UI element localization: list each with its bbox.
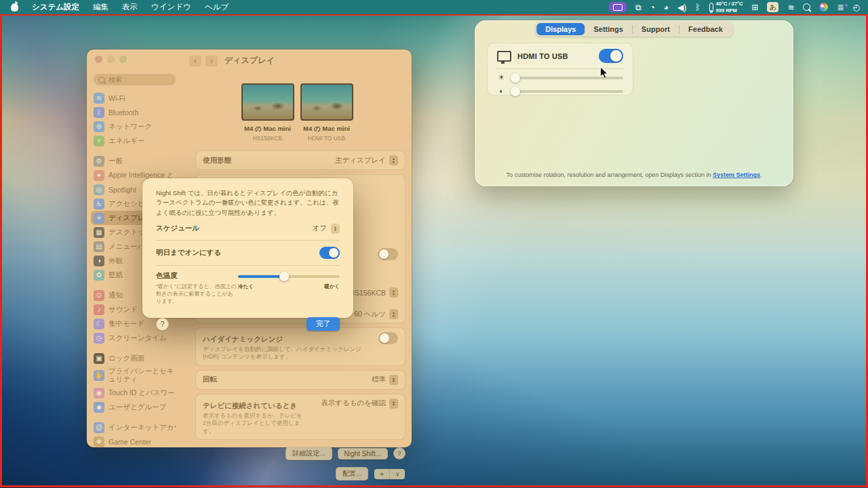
tab-settings[interactable]: Settings bbox=[585, 23, 631, 35]
night-shift-dialog: Night Shift では、日が暮れるとディスプレイの色が自動的にカラースペク… bbox=[142, 178, 353, 318]
sidebar-item-screen-time[interactable]: ◷スクリーンタイム bbox=[91, 331, 178, 345]
help-button[interactable]: ? bbox=[393, 447, 406, 460]
sidebar-item-label: インターネットアカウント bbox=[108, 423, 176, 432]
display-thumbnail-secondary[interactable]: M4 の Mac mini HDMI TO USB bbox=[299, 83, 355, 142]
stepper-icon[interactable]: ▴▾ bbox=[389, 287, 398, 298]
back-button[interactable]: ‹ bbox=[189, 56, 201, 66]
display-arrangement-icon[interactable]: ⊞ bbox=[751, 3, 758, 12]
wallpaper-preview bbox=[243, 85, 293, 119]
bell-icon: ⊙ bbox=[94, 290, 104, 301]
sidebar-item-users-groups[interactable]: ☻ユーザとグループ bbox=[91, 400, 178, 414]
input-source-badge[interactable]: あ bbox=[767, 2, 778, 12]
stepper-icon[interactable]: ▴▾ bbox=[389, 309, 398, 319]
panel-tab-bar: Displays Settings Support Feedback bbox=[535, 22, 733, 37]
menu-help[interactable]: ヘルプ bbox=[198, 2, 235, 12]
add-display-button[interactable]: + bbox=[374, 469, 389, 479]
fan-speed-value: 999 RPM bbox=[716, 7, 737, 14]
sparkle-icon: ✦ bbox=[94, 170, 104, 181]
screen-mirroring-icon[interactable]: ⧉ bbox=[635, 3, 642, 12]
stepper-icon[interactable]: ▴▾ bbox=[389, 399, 398, 409]
toggle-off[interactable] bbox=[378, 248, 398, 260]
sidebar-item-label: 一般 bbox=[108, 157, 123, 166]
menu-edit[interactable]: 編集 bbox=[86, 2, 115, 12]
arrange-button[interactable]: 配置... bbox=[336, 467, 368, 481]
screen-recording-indicator-icon[interactable] bbox=[609, 2, 627, 12]
menu-app-name[interactable]: システム設定 bbox=[25, 2, 86, 12]
tab-displays[interactable]: Displays bbox=[536, 23, 585, 35]
help-button[interactable]: ? bbox=[156, 318, 169, 331]
bluetooth-icon[interactable]: ᛒ bbox=[695, 3, 700, 12]
hdr-toggle[interactable] bbox=[378, 332, 398, 344]
rotation-dropdown[interactable]: 標準 ▴▾ bbox=[372, 375, 398, 385]
until-tomorrow-toggle[interactable] bbox=[319, 247, 340, 259]
add-display-chevron[interactable]: ∨ bbox=[389, 469, 405, 479]
schedule-dropdown[interactable]: オフ ▴▾ bbox=[313, 224, 340, 234]
hdr-description: ディスプレイを自動的に調節して、ハイダイナミックレンジ (HDR) コンテンツを… bbox=[203, 346, 378, 361]
stats-menu-icon[interactable]: ≣ bbox=[837, 3, 844, 12]
search-icon[interactable] bbox=[803, 3, 810, 11]
sidebar-item-touch-id[interactable]: ◉Touch ID とパスワード bbox=[91, 386, 178, 400]
slider-knob[interactable] bbox=[279, 272, 289, 281]
done-button[interactable]: 完了 bbox=[307, 317, 340, 331]
tab-support[interactable]: Support bbox=[633, 23, 679, 35]
wifi-icon[interactable]: ≋ bbox=[787, 3, 794, 12]
stepper-icon[interactable]: ▴▾ bbox=[389, 375, 398, 385]
system-settings-link[interactable]: System Settings bbox=[713, 171, 760, 178]
until-tomorrow-row: 明日までオンにする bbox=[156, 241, 340, 265]
display-thumbnail-primary[interactable]: M4 の Mac mini HS156KCB bbox=[240, 83, 296, 142]
sidebar-item-game-center[interactable]: ❖Game Center bbox=[91, 434, 178, 449]
sidebar-item-privacy-security[interactable]: ✋プライバシーとセキュリティ bbox=[91, 365, 178, 386]
siri-icon[interactable] bbox=[819, 3, 828, 12]
appearance-icon: ◑ bbox=[94, 256, 104, 266]
contrast-slider[interactable] bbox=[511, 90, 623, 93]
moon-icon: ☾ bbox=[94, 319, 104, 329]
page-title: ディスプレイ bbox=[224, 55, 275, 66]
sidebar-item-energy[interactable]: ⚡エネルギー bbox=[91, 134, 178, 148]
menu-bar-icon: ▤ bbox=[94, 241, 104, 252]
panel-footer-note: To customise rotation, resolution and ar… bbox=[475, 171, 793, 178]
sidebar-item-label: Game Center bbox=[108, 438, 151, 446]
tv-description: 表示するものを選択するか、テレビを2台目のディスプレイとして使用します。 bbox=[203, 412, 304, 435]
sidebar-item-bluetooth[interactable]: ᛒBluetooth bbox=[91, 105, 178, 119]
display-sun-icon: ☀ bbox=[94, 213, 104, 224]
thermal-status[interactable]: 40°C / 37°C 999 RPM bbox=[709, 1, 743, 14]
sidebar-item-network[interactable]: ⊕ネットワーク bbox=[91, 119, 178, 134]
schedule-row: スケジュール オフ ▴▾ bbox=[156, 218, 340, 240]
temperature-value: 40°C / 37°C bbox=[716, 1, 743, 7]
forward-button[interactable]: › bbox=[205, 56, 218, 66]
tv-dropdown[interactable]: 表示するものを確認 ▴▾ bbox=[321, 399, 398, 409]
sidebar-item-label: 壁紙 bbox=[108, 270, 123, 280]
sidebar-item-lock-screen[interactable]: ▣ロック画面 bbox=[91, 351, 178, 365]
display-control-panel: Displays Settings Support Feedback HDMI … bbox=[475, 20, 793, 186]
monitor-icon bbox=[497, 51, 511, 62]
sidebar-item-general[interactable]: ⚙一般 bbox=[91, 154, 178, 168]
timer-status-icon[interactable]: ◔ bbox=[650, 3, 655, 12]
menu-view[interactable]: 表示 bbox=[115, 2, 144, 12]
clock-icon[interactable]: ◴ bbox=[853, 3, 860, 12]
toggle-knob bbox=[379, 249, 389, 259]
sidebar-item-wifi[interactable]: ≋Wi-Fi bbox=[91, 91, 178, 105]
menu-window[interactable]: ウインドウ bbox=[144, 2, 198, 12]
sidebar-item-label: Spotlight bbox=[108, 186, 136, 194]
apple-menu-icon[interactable] bbox=[11, 3, 18, 12]
tab-feedback[interactable]: Feedback bbox=[679, 23, 732, 35]
color-temperature-slider[interactable] bbox=[238, 275, 340, 278]
display-name: M4 の Mac mini bbox=[299, 125, 355, 134]
display-preview bbox=[300, 83, 353, 121]
slider-knob[interactable] bbox=[511, 73, 520, 83]
sidebar-item-internet-accounts[interactable]: @インターネットアカウント bbox=[91, 420, 178, 434]
footer-buttons-row1: 詳細設定... Night Shift... ? bbox=[195, 447, 406, 460]
stepper-icon[interactable]: ▴▾ bbox=[331, 224, 340, 234]
thermometer-icon bbox=[709, 3, 713, 12]
toggle-knob bbox=[329, 248, 338, 258]
search-field[interactable]: 検索 bbox=[94, 74, 176, 85]
rotation-lock-icon[interactable]: ◕ bbox=[664, 3, 669, 12]
volume-icon[interactable]: ◀) bbox=[677, 3, 686, 12]
advanced-settings-button[interactable]: 詳細設定... bbox=[285, 447, 332, 460]
night-shift-button[interactable]: Night Shift... bbox=[338, 448, 388, 460]
stepper-icon[interactable]: ▴▾ bbox=[389, 155, 398, 165]
device-power-toggle[interactable] bbox=[599, 49, 623, 63]
sidebar-group-security: ▣ロック画面 ✋プライバシーとセキュリティ ◉Touch ID とパスワード ☻… bbox=[87, 351, 182, 414]
slider-knob[interactable] bbox=[511, 87, 520, 96]
usage-dropdown[interactable]: 主ディスプレイ ▴▾ bbox=[335, 155, 398, 165]
